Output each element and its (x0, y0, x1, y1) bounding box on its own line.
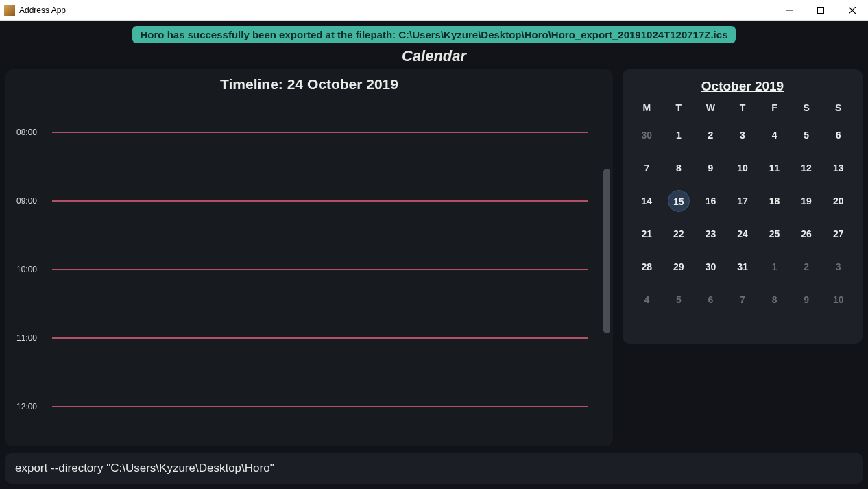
calendar-day[interactable]: 6 (828, 124, 849, 146)
timeline-panel: Timeline: 24 October 2019 08:0009:0010:0… (5, 69, 613, 446)
day-of-week-header: M (631, 102, 663, 113)
hour-label: 11:00 (16, 333, 52, 343)
hour-label: 08:00 (16, 128, 52, 137)
hour-line (52, 200, 588, 202)
timeline-hour-row: 10:00 (16, 235, 607, 304)
hour-line (52, 132, 588, 133)
day-of-week-header: S (822, 102, 854, 113)
calendar-day[interactable]: 1 (668, 124, 690, 146)
calendar-day[interactable]: 5 (668, 289, 690, 311)
svg-rect-1 (818, 7, 824, 13)
calendar-day[interactable]: 25 (764, 223, 786, 245)
timeline-hour-row: 12:00 (16, 372, 607, 440)
calendar-day[interactable]: 16 (699, 190, 721, 212)
calendar-day[interactable]: 19 (795, 190, 817, 212)
hour-label: 12:00 (16, 402, 52, 412)
day-of-week-header: W (695, 102, 727, 113)
export-notification: Horo has successfully been exported at t… (132, 26, 736, 43)
day-of-week-header: F (758, 102, 791, 113)
calendar-day[interactable]: 7 (636, 157, 658, 179)
command-input[interactable] (15, 462, 853, 475)
calendar-day[interactable]: 27 (828, 223, 849, 245)
calendar-day[interactable]: 20 (828, 190, 849, 212)
calendar-day[interactable]: 17 (732, 190, 754, 212)
app-body: Horo has successfully been exported at t… (0, 21, 868, 489)
hour-line (52, 337, 588, 339)
day-of-week-header: S (791, 102, 823, 113)
calendar-day[interactable]: 9 (699, 157, 721, 179)
hour-line (52, 269, 588, 270)
main-area: Timeline: 24 October 2019 08:0009:0010:0… (5, 69, 863, 446)
timeline-hour-row: 09:00 (16, 167, 607, 235)
calendar-day[interactable]: 22 (668, 223, 690, 245)
hour-label: 10:00 (16, 265, 52, 274)
page-title: Calendar (5, 47, 863, 65)
timeline-hour-row: 11:00 (16, 304, 607, 372)
calendar-day[interactable]: 3 (732, 124, 754, 146)
timeline-scrollbar-thumb[interactable] (603, 169, 610, 333)
calendar-day[interactable]: 12 (795, 157, 817, 179)
timeline-scrollbar[interactable] (603, 104, 610, 440)
calendar-day[interactable]: 9 (795, 289, 817, 311)
month-title: October 2019 (631, 79, 854, 94)
calendar-day[interactable]: 6 (699, 289, 721, 311)
calendar-day[interactable]: 18 (764, 190, 786, 212)
calendar-day[interactable]: 5 (795, 124, 817, 146)
app-icon (4, 5, 15, 16)
calendar-day[interactable]: 1 (764, 256, 786, 278)
calendar-day[interactable]: 28 (636, 256, 658, 278)
command-bar (5, 453, 863, 484)
calendar-day[interactable]: 2 (795, 256, 817, 278)
calendar-day[interactable]: 10 (732, 157, 754, 179)
close-button[interactable] (836, 0, 868, 21)
calendar-day[interactable]: 14 (636, 190, 658, 212)
calendar-day[interactable]: 11 (764, 157, 786, 179)
calendar-day[interactable]: 24 (732, 223, 754, 245)
calendar-day[interactable]: 26 (795, 223, 817, 245)
calendar-grid: MTWTFSS301234567891011121314151617181920… (631, 102, 854, 311)
calendar-day[interactable]: 4 (764, 124, 786, 146)
hour-label: 09:00 (16, 196, 52, 206)
timeline-scroll-area[interactable]: 08:0009:0010:0011:0012:00 (11, 98, 607, 440)
hour-line (52, 406, 588, 407)
calendar-day[interactable]: 21 (636, 223, 658, 245)
calendar-day[interactable]: 30 (699, 256, 721, 278)
timeline-title: Timeline: 24 October 2019 (11, 76, 607, 93)
calendar-day[interactable]: 8 (668, 157, 690, 179)
calendar-day[interactable]: 29 (668, 256, 690, 278)
timeline-hour-row: 08:00 (16, 98, 607, 167)
calendar-day[interactable]: 23 (699, 223, 721, 245)
calendar-day[interactable]: 10 (828, 289, 849, 311)
day-of-week-header: T (663, 102, 695, 113)
calendar-day[interactable]: 13 (828, 157, 849, 179)
month-calendar: October 2019 MTWTFSS30123456789101112131… (623, 69, 863, 344)
calendar-day[interactable]: 30 (636, 124, 658, 146)
window-titlebar: Address App (0, 0, 868, 21)
calendar-day[interactable]: 7 (732, 289, 754, 311)
maximize-button[interactable] (805, 0, 836, 21)
calendar-day[interactable]: 15 (668, 190, 690, 212)
calendar-day[interactable]: 3 (828, 256, 849, 278)
minimize-button[interactable] (773, 0, 805, 21)
calendar-day[interactable]: 4 (636, 289, 658, 311)
day-of-week-header: T (727, 102, 759, 113)
calendar-day[interactable]: 2 (699, 124, 721, 146)
calendar-day[interactable]: 31 (732, 256, 754, 278)
window-title: Address App (19, 5, 66, 15)
calendar-day[interactable]: 8 (764, 289, 786, 311)
